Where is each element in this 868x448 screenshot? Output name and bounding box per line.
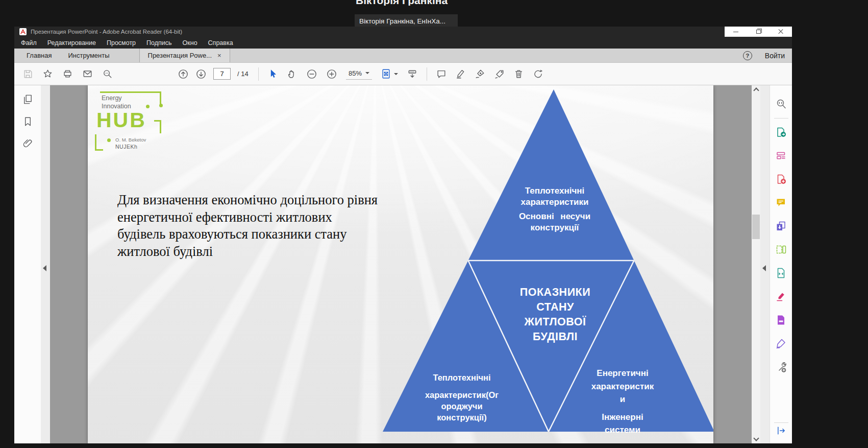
toolbar-divider [258,67,259,81]
acrobat-app-icon [19,28,27,35]
slide-page: Energy Innovation HUB O. M. Beketov NUJE… [88,85,713,443]
edit-pdf-icon[interactable] [775,150,787,161]
menu-sign[interactable]: Подпись [146,39,171,46]
export-pdf-icon[interactable] [775,126,787,138]
protect-pdf-icon[interactable] [775,314,787,326]
print-icon[interactable] [62,68,73,79]
page-display-icon[interactable] [407,68,418,80]
pyramid-line: характеристик(Ог [401,389,523,400]
more-tools-icon[interactable] [775,361,787,373]
pyramid-line: и [561,393,684,406]
stamp-edit-icon[interactable] [494,68,505,79]
page-number-input[interactable] [213,68,231,80]
pyramid-line: ЖИТЛОВОЇ [479,315,632,329]
zoom-out-icon[interactable] [306,68,317,80]
search-tools-icon[interactable] [775,98,787,110]
pyramid-line: характеристики [493,197,616,208]
logo-circuit-line [154,120,161,133]
hand-tool-icon[interactable] [287,68,297,79]
logo-org-line2: NUJEKh [115,144,137,150]
menu-view[interactable]: Просмотр [107,39,136,46]
close-button[interactable] [770,27,792,37]
next-page-icon[interactable] [195,68,207,80]
restore-button[interactable] [747,27,770,37]
pyramid-line: СТАНУ [479,300,632,315]
scroll-up-icon[interactable] [753,87,759,93]
pyramid-line: ороджучи [401,400,523,412]
right-pane-gutter [760,85,770,443]
energy-innovation-hub-logo: Energy Innovation HUB O. M. Beketov NUJE… [95,91,163,153]
tab-tools[interactable]: Инструменты [60,49,117,62]
logo-text-hub: HUB [96,108,146,132]
fit-page-control[interactable] [381,68,398,79]
comment-icon[interactable] [436,68,447,79]
title-bar: Презентация PowerPoint - Adobe Acrobat R… [14,27,792,37]
pyramid-bottom-left-label: Теплотехнічні характеристик(Ог ороджучи … [401,372,523,423]
content-area: Energy Innovation HUB O. M. Beketov NUJE… [14,85,792,443]
pyramid-line: конструкції) [401,412,523,423]
compress-pdf-icon[interactable] [775,267,787,279]
caption-buttons [725,27,792,37]
bookmarks-icon[interactable] [22,115,34,127]
page-thumbnails-icon[interactable] [22,93,34,105]
comment-tool-icon[interactable] [775,197,787,208]
menu-window[interactable]: Окно [183,39,197,46]
logo-circuit-line [95,134,103,151]
select-tool-icon[interactable] [267,68,278,79]
previous-page-icon[interactable] [178,68,189,80]
pyramid-line: Інженерні [561,411,684,424]
tab-home[interactable]: Главная [18,49,60,62]
scrollbar-thumb[interactable] [752,215,760,239]
acrobat-window: Презентация PowerPoint - Adobe Acrobat R… [14,27,792,443]
scroll-down-icon[interactable] [753,435,759,441]
tools-panel-divider [774,118,788,119]
attachments-icon[interactable] [22,137,34,149]
zoom-level-value: 85% [349,69,362,77]
open-tools-pane-icon[interactable] [776,425,787,436]
window-title: Презентация PowerPoint - Adobe Acrobat R… [31,27,182,37]
menu-edit[interactable]: Редактирование [47,39,96,46]
marquee-zoom-icon[interactable] [102,68,113,79]
logo-dot [107,138,111,142]
left-pane [14,85,41,443]
main-toolbar: / 14 85% [14,62,792,85]
pyramid-line: Теплотехнічні [493,185,616,197]
document-area: Energy Innovation HUB O. M. Beketov NUJE… [50,85,752,443]
collapse-left-pane-icon[interactable] [43,265,46,271]
minimize-icon [733,32,738,32]
speaker-label-badge: Вікторія Гранкіна, ЕнІнХа... [355,14,458,28]
organize-pages-icon[interactable] [775,244,787,255]
delete-icon[interactable] [513,68,524,79]
logo-dot [159,104,163,107]
logo-org-line1: O. M. Beketov [115,137,146,143]
pyramid-center-label: ПОКАЗНИКИ СТАНУ ЖИТЛОВОЇ БУДІВЛІ [479,285,632,344]
sign-in-button[interactable]: Войти [765,52,785,60]
email-icon[interactable] [82,68,93,79]
chevron-down-icon [365,72,369,74]
pyramid-line: характеристик [561,380,684,393]
minimize-button[interactable] [725,27,747,37]
zoom-in-icon[interactable] [326,68,337,80]
combine-files-icon[interactable] [775,220,787,232]
fit-page-icon [381,68,391,79]
menu-file[interactable]: Файл [21,39,37,46]
collapse-right-pane-icon[interactable] [762,265,766,271]
star-favorites-icon[interactable] [42,68,53,79]
pyramid-bottom-right-label: Енергетичні характеристик и Інженерні си… [561,367,684,437]
rotate-icon[interactable] [533,68,543,79]
fill-sign-icon[interactable] [475,68,485,79]
tools-panel [770,85,792,443]
redact-icon[interactable] [775,291,787,302]
help-icon[interactable]: ? [743,51,752,60]
save-icon[interactable] [22,68,33,79]
menu-bar: Файл Редактирование Просмотр Подпись Окн… [14,37,792,49]
tab-close-icon[interactable]: × [217,52,221,59]
zoom-level-control[interactable]: 85% [346,68,372,80]
highlight-icon[interactable] [455,68,466,79]
create-pdf-icon[interactable] [775,173,787,185]
menu-help[interactable]: Справка [208,39,233,46]
tab-document[interactable]: Презентация Powe... × [139,49,230,62]
sign-tool-icon[interactable] [775,338,787,349]
pyramid-line: ПОКАЗНИКИ [479,285,632,300]
vertical-scrollbar[interactable] [752,85,760,443]
